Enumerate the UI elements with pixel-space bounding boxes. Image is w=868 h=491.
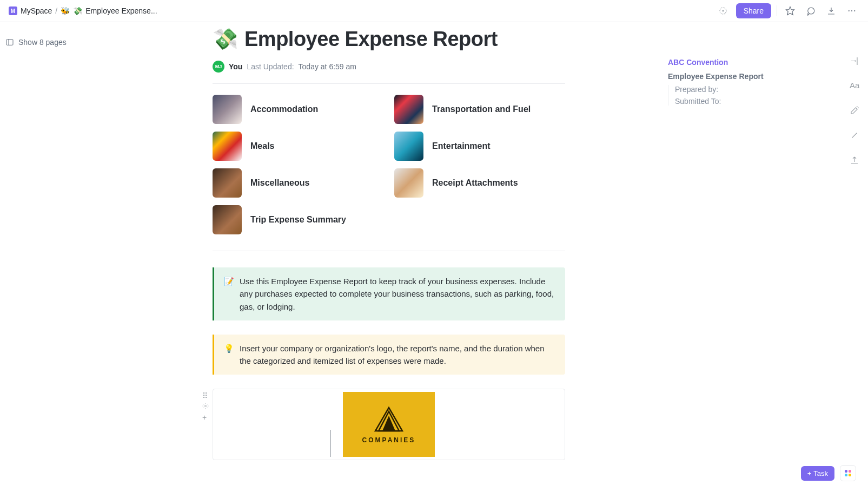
thumbnail: [213, 95, 242, 124]
breadcrumb-folder-emoji[interactable]: 🐝: [61, 6, 70, 15]
typography-icon[interactable]: Aa: [850, 81, 860, 91]
collapse-outline-icon[interactable]: →|: [850, 56, 860, 67]
right-rail: →| Aa: [850, 56, 860, 166]
card-title: Miscellaneous: [250, 178, 309, 188]
topbar-actions: Share: [715, 3, 859, 18]
task-label: Task: [813, 469, 828, 477]
svg-marker-2: [786, 7, 794, 15]
add-block-icon[interactable]: +: [202, 413, 209, 422]
thumbnail: [394, 132, 423, 161]
plus-icon: +: [807, 469, 812, 477]
ai-edit-icon[interactable]: [850, 106, 860, 116]
callout-text: Insert your company or organization's lo…: [240, 342, 555, 368]
drag-handle-icon[interactable]: ⠿: [202, 391, 209, 400]
magic-wand-icon[interactable]: [850, 130, 860, 141]
subpage-card-receipts[interactable]: Receipt Attachments: [394, 168, 565, 198]
topbar: M MySpace / 🐝 💸 Employee Expense... Shar…: [0, 0, 868, 22]
page-title[interactable]: Employee Expense Report: [244, 28, 498, 51]
download-icon[interactable]: [824, 3, 839, 18]
svg-point-4: [851, 10, 852, 11]
subpage-card-meals[interactable]: Meals: [213, 132, 383, 161]
breadcrumb-title[interactable]: Employee Expense...: [85, 6, 157, 15]
last-updated-label: Last Updated:: [247, 62, 294, 71]
bulb-icon: 💡: [224, 342, 234, 368]
more-icon[interactable]: [844, 3, 859, 18]
meta-row: MJ You Last Updated: Today at 6:59 am: [213, 61, 565, 84]
subpage-card-accommodation[interactable]: Accommodation: [213, 95, 383, 124]
svg-point-3: [849, 10, 850, 11]
star-icon[interactable]: [783, 3, 798, 18]
svg-point-5: [854, 10, 855, 11]
outline-subitems: Prepared by: Submitted To:: [668, 85, 773, 106]
block-handles: ⠿ +: [202, 391, 209, 422]
subpage-card-entertainment[interactable]: Entertainment: [394, 132, 565, 161]
breadcrumb-page-emoji[interactable]: 💸: [73, 6, 82, 15]
separator: [777, 5, 777, 16]
logo-graphic: [370, 405, 408, 433]
svg-point-1: [722, 10, 724, 12]
apps-grid-icon: [845, 470, 851, 476]
logo-text: COMPANIES: [362, 436, 416, 444]
subpage-card-summary[interactable]: Trip Expense Summary: [213, 205, 383, 234]
memo-icon: 📝: [224, 275, 234, 313]
target-icon[interactable]: [715, 3, 731, 18]
cursor-indicator: [330, 430, 331, 457]
bottom-actions: + Task: [801, 465, 856, 481]
breadcrumb-workspace[interactable]: MySpace: [21, 6, 52, 15]
page-header: 💸 Employee Expense Report: [213, 27, 565, 51]
share-button[interactable]: Share: [736, 3, 771, 18]
callout-tip[interactable]: 💡 Insert your company or organization's …: [213, 335, 565, 375]
subpage-grid: Accommodation Transportation and Fuel Me…: [213, 95, 565, 251]
thumbnail: [213, 132, 242, 161]
new-task-button[interactable]: + Task: [801, 466, 834, 481]
apps-button[interactable]: [840, 465, 856, 481]
settings-icon[interactable]: [202, 402, 209, 411]
show-pages-toggle[interactable]: Show 8 pages: [5, 38, 67, 47]
breadcrumb-separator: /: [55, 6, 57, 15]
card-title: Meals: [250, 141, 274, 151]
card-title: Accommodation: [250, 104, 318, 114]
callout-text: Use this Employee Expense Report to keep…: [240, 275, 555, 313]
page-outline: ABC Convention Employee Expense Report P…: [668, 58, 773, 109]
outline-heading[interactable]: Employee Expense Report: [668, 72, 773, 81]
breadcrumb: M MySpace / 🐝 💸 Employee Expense...: [9, 6, 157, 15]
avatar[interactable]: MJ: [213, 61, 224, 73]
outline-heading-active[interactable]: ABC Convention: [668, 58, 773, 67]
main-content: 💸 Employee Expense Report MJ You Last Up…: [213, 27, 565, 460]
export-icon[interactable]: [850, 155, 860, 166]
subpage-card-miscellaneous[interactable]: Miscellaneous: [213, 168, 383, 198]
company-logo: COMPANIES: [343, 392, 435, 457]
thumbnail: [394, 95, 423, 124]
subpage-card-transportation[interactable]: Transportation and Fuel: [394, 95, 565, 124]
logo-block[interactable]: ⠿ + COMPANIES: [213, 389, 565, 460]
show-pages-label: Show 8 pages: [18, 38, 67, 47]
page-emoji[interactable]: 💸: [213, 27, 238, 51]
thumbnail: [213, 205, 242, 234]
last-updated-time: Today at 6:59 am: [299, 62, 356, 71]
card-title: Trip Expense Summary: [250, 215, 346, 225]
callout-info[interactable]: 📝 Use this Employee Expense Report to ke…: [213, 267, 565, 320]
panel-icon: [5, 38, 14, 47]
card-title: Receipt Attachments: [432, 178, 518, 188]
workspace-badge[interactable]: M: [9, 6, 17, 15]
card-title: Entertainment: [432, 141, 491, 151]
comment-icon[interactable]: [803, 3, 818, 18]
svg-rect-6: [6, 40, 13, 45]
outline-item[interactable]: Prepared by:: [675, 85, 773, 94]
thumbnail: [394, 168, 423, 198]
outline-item[interactable]: Submitted To:: [675, 97, 773, 106]
thumbnail: [213, 168, 242, 198]
author-label: You: [229, 62, 242, 71]
card-title: Transportation and Fuel: [432, 104, 531, 114]
svg-point-8: [205, 405, 207, 407]
